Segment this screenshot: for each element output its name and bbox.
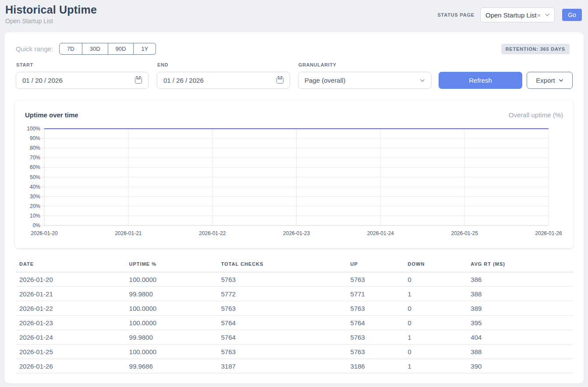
chevron-down-icon — [420, 79, 425, 82]
svg-text:2026-01-22: 2026-01-22 — [199, 230, 226, 236]
quick-range-label: Quick range: — [16, 45, 53, 53]
table-cell: 2026-01-22 — [16, 301, 126, 316]
export-label: Export — [536, 77, 555, 84]
header-controls: STATUS PAGE Open Startup List × Go — [437, 7, 582, 22]
calendar-icon[interactable] — [276, 77, 283, 84]
start-date-input[interactable]: 01 / 20 / 2026 — [16, 72, 149, 89]
clear-icon[interactable]: × — [537, 11, 541, 19]
page-header: Historical Uptime Open Startup List — [5, 4, 97, 25]
table-cell: 100.0000 — [126, 272, 218, 287]
column-header-avg-rt-ms: AVG RT (MS) — [467, 258, 573, 272]
svg-text:50%: 50% — [30, 174, 40, 180]
retention-badge: RETENTION: 365 DAYS — [501, 44, 570, 54]
svg-text:40%: 40% — [30, 184, 40, 190]
table-cell: 5763 — [217, 345, 347, 359]
table-cell: 5763 — [217, 272, 347, 287]
table-row: 2026-01-23100.0000576457640395 — [16, 316, 573, 330]
table-cell: 2026-01-20 — [16, 272, 126, 287]
svg-text:70%: 70% — [30, 155, 40, 161]
table-cell: 5763 — [217, 301, 347, 316]
refresh-button[interactable]: Refresh — [439, 72, 522, 89]
quick-range-30d[interactable]: 30D — [82, 43, 108, 55]
table-cell: 2026-01-21 — [16, 287, 126, 301]
svg-text:2026-01-20: 2026-01-20 — [31, 230, 58, 236]
table-row: 2026-01-25100.0000576357630388 — [16, 345, 573, 359]
table-cell: 404 — [467, 330, 573, 345]
column-header-uptime: UPTIME % — [126, 258, 218, 272]
table-cell: 2026-01-24 — [16, 330, 126, 345]
table-cell: 100.0000 — [126, 316, 218, 330]
chevron-down-icon — [545, 13, 550, 17]
quick-range-row: Quick range: 7D30D90D1Y — [16, 43, 156, 55]
export-button[interactable]: Export — [527, 72, 573, 89]
svg-text:100%: 100% — [27, 126, 40, 132]
table-cell: 2026-01-23 — [16, 316, 126, 330]
table-cell: 388 — [467, 287, 573, 301]
status-page-selected-value: Open Startup List — [485, 11, 537, 19]
svg-text:80%: 80% — [30, 145, 40, 151]
chevron-down-icon — [559, 79, 563, 82]
table-cell: 99.9686 — [126, 359, 218, 373]
table-row: 2026-01-2699.9686318731861390 — [16, 359, 573, 373]
table-cell: 3187 — [217, 359, 347, 373]
go-button[interactable]: Go — [562, 9, 582, 21]
page-title: Historical Uptime — [5, 4, 97, 16]
column-header-total-checks: TOTAL CHECKS — [217, 258, 347, 272]
table-row: 2026-01-2499.9800576457631404 — [16, 330, 573, 345]
start-label: START — [16, 62, 33, 67]
svg-text:2026-01-25: 2026-01-25 — [451, 230, 478, 236]
svg-text:20%: 20% — [30, 203, 40, 209]
table-row: 2026-01-20100.0000576357630386 — [16, 272, 573, 287]
table-header-row: DATEUPTIME %TOTAL CHECKSUPDOWNAVG RT (MS… — [16, 258, 573, 272]
calendar-icon[interactable] — [135, 77, 142, 84]
table-cell: 100.0000 — [126, 345, 218, 359]
table-cell: 5763 — [347, 301, 404, 316]
status-page-label: STATUS PAGE — [437, 12, 475, 18]
table-cell: 1 — [404, 330, 468, 345]
table-cell: 5763 — [347, 345, 404, 359]
svg-text:2026-01-24: 2026-01-24 — [367, 230, 394, 236]
svg-text:60%: 60% — [30, 164, 40, 170]
table-cell: 389 — [467, 301, 573, 316]
main-card: Quick range: 7D30D90D1Y RETENTION: 365 D… — [4, 32, 584, 383]
quick-range-7d[interactable]: 7D — [59, 43, 82, 55]
table-cell: 5763 — [347, 330, 404, 345]
table-cell: 5763 — [347, 272, 404, 287]
table-cell: 1 — [404, 359, 468, 373]
table-cell: 5772 — [217, 287, 347, 301]
status-page-select[interactable]: Open Startup List × — [480, 7, 555, 22]
table-cell: 5771 — [347, 287, 404, 301]
quick-range-1y[interactable]: 1Y — [134, 43, 156, 55]
start-date-value: 01 / 20 / 2026 — [22, 77, 63, 84]
table-cell: 0 — [404, 301, 468, 316]
table-cell: 3186 — [347, 359, 404, 373]
table-cell: 99.9800 — [126, 330, 218, 345]
quick-range-90d[interactable]: 90D — [108, 43, 134, 55]
table-cell: 5764 — [217, 316, 347, 330]
page-subtitle: Open Startup List — [5, 18, 97, 25]
table-row: 2026-01-22100.0000576357630389 — [16, 301, 573, 316]
table-cell: 395 — [467, 316, 573, 330]
table-cell: 1 — [404, 287, 468, 301]
table-cell: 2026-01-26 — [16, 359, 126, 373]
table-cell: 0 — [404, 272, 468, 287]
end-date-input[interactable]: 01 / 26 / 2026 — [157, 72, 290, 89]
column-header-down: DOWN — [404, 258, 468, 272]
svg-text:2026-01-26: 2026-01-26 — [535, 230, 562, 236]
quick-range-group: 7D30D90D1Y — [59, 43, 156, 55]
table-cell: 99.9800 — [126, 287, 218, 301]
end-date-value: 01 / 26 / 2026 — [163, 77, 204, 84]
granularity-select[interactable]: Page (overall) — [298, 72, 432, 89]
table-row: 2026-01-2199.9800577257711388 — [16, 287, 573, 301]
end-label: END — [157, 62, 168, 67]
table-cell: 5764 — [217, 330, 347, 345]
column-header-up: UP — [347, 258, 404, 272]
granularity-label: GRANULARITY — [298, 62, 337, 67]
uptime-line-chart: 100%90%80%70%60%50%40%30%20%10%0%2026-01… — [15, 101, 573, 248]
table-cell: 100.0000 — [126, 301, 218, 316]
table-cell: 388 — [467, 345, 573, 359]
table-cell: 0 — [404, 316, 468, 330]
svg-text:30%: 30% — [30, 194, 40, 200]
column-header-date: DATE — [16, 258, 126, 272]
svg-text:0%: 0% — [33, 222, 41, 229]
